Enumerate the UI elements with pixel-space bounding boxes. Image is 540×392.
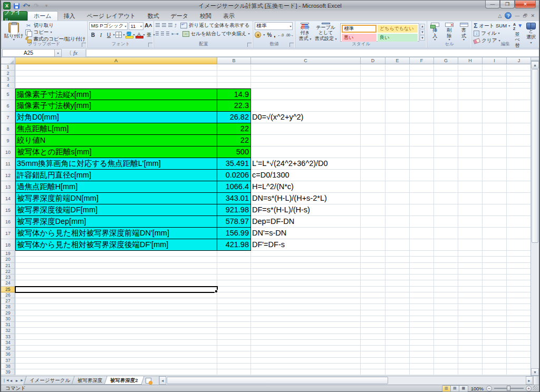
- row-header-13[interactable]: 13: [1, 181, 15, 193]
- cell-I15[interactable]: [483, 204, 507, 216]
- row-header-4[interactable]: 4: [1, 83, 15, 89]
- cell-E30[interactable]: [385, 316, 410, 322]
- cell-E36[interactable]: [385, 351, 410, 357]
- cell-C34[interactable]: [251, 340, 361, 346]
- cell-B9[interactable]: 22: [217, 135, 251, 146]
- style-neutral[interactable]: どちらでもない: [378, 25, 418, 33]
- row-header-33[interactable]: 33: [1, 334, 15, 340]
- cell-J39[interactable]: [507, 369, 532, 375]
- cell-C8[interactable]: [251, 123, 361, 135]
- sheet-tab-dof2[interactable]: 被写界深度2: [104, 376, 144, 385]
- format-cells-button[interactable]: 書式▾: [458, 22, 470, 42]
- cell-A31[interactable]: [15, 322, 217, 328]
- cell-G2[interactable]: [434, 71, 458, 77]
- cell-I30[interactable]: [483, 316, 507, 322]
- row-header-5[interactable]: 5: [1, 89, 15, 100]
- cell-G11[interactable]: [434, 158, 458, 170]
- cell-J31[interactable]: [507, 322, 532, 328]
- gallery-up-icon[interactable]: ▲: [420, 24, 425, 29]
- cell-J2[interactable]: [507, 71, 532, 77]
- cell-A10[interactable]: 被写体との距離s[mm]: [15, 146, 217, 158]
- cell-F19[interactable]: [410, 251, 434, 257]
- collapse-ribbon-icon[interactable]: △: [498, 13, 502, 18]
- cell-I12[interactable]: [483, 170, 507, 181]
- cell-I4[interactable]: [483, 83, 507, 89]
- row-header-28[interactable]: 28: [1, 304, 15, 310]
- cell-F35[interactable]: [410, 346, 434, 351]
- cell-G18[interactable]: [434, 239, 458, 251]
- cell-F2[interactable]: [410, 71, 434, 77]
- cell-E31[interactable]: [385, 322, 410, 328]
- row-header-8[interactable]: 8: [1, 123, 15, 135]
- cell-F12[interactable]: [410, 170, 434, 181]
- cell-F4[interactable]: [410, 83, 434, 89]
- cell-H14[interactable]: [458, 193, 483, 204]
- cell-J29[interactable]: [507, 310, 532, 316]
- column-header-A[interactable]: A: [15, 57, 217, 64]
- cell-D17[interactable]: [361, 228, 385, 239]
- row-header-18[interactable]: 18: [1, 239, 15, 251]
- row-header-23[interactable]: 23: [1, 275, 15, 280]
- cell-E9[interactable]: [385, 135, 410, 146]
- cell-B12[interactable]: 0.0206: [217, 170, 251, 181]
- cell-G36[interactable]: [434, 351, 458, 357]
- cell-E28[interactable]: [385, 304, 410, 310]
- cell-C24[interactable]: [251, 280, 361, 286]
- cell-C13[interactable]: H=L^2/(N*c): [251, 181, 361, 193]
- cell-C1[interactable]: [251, 64, 361, 71]
- fill-button[interactable]: ↓フィル▾: [474, 30, 510, 37]
- cell-B39[interactable]: [217, 369, 251, 375]
- cell-H21[interactable]: [458, 263, 483, 269]
- cell-A2[interactable]: [15, 71, 217, 77]
- cell-J6[interactable]: [507, 100, 532, 112]
- conditional-formatting-button[interactable]: 条件付き書式 ▾: [297, 22, 313, 42]
- cell-E1[interactable]: [385, 64, 410, 71]
- cell-C10[interactable]: [251, 146, 361, 158]
- cell-G3[interactable]: [434, 76, 458, 83]
- cell-A8[interactable]: 焦点距離L[mm]: [15, 123, 217, 135]
- cell-A19[interactable]: [15, 251, 217, 257]
- cell-I10[interactable]: [483, 146, 507, 158]
- cell-J36[interactable]: [507, 351, 532, 357]
- column-header-I[interactable]: I: [483, 57, 507, 64]
- cell-F29[interactable]: [410, 310, 434, 316]
- cell-H3[interactable]: [458, 76, 483, 83]
- cell-B36[interactable]: [217, 351, 251, 357]
- cell-J22[interactable]: [507, 269, 532, 275]
- cell-C37[interactable]: [251, 358, 361, 364]
- cell-B30[interactable]: [217, 316, 251, 322]
- cell-H7[interactable]: [458, 112, 483, 123]
- cell-F33[interactable]: [410, 334, 434, 340]
- cell-I27[interactable]: [483, 298, 507, 304]
- align-top-icon[interactable]: [156, 23, 160, 28]
- cell-F23[interactable]: [410, 275, 434, 280]
- cell-F6[interactable]: [410, 100, 434, 112]
- font-family-combo[interactable]: MS Pゴシック▾: [89, 22, 128, 30]
- cell-D10[interactable]: [361, 146, 385, 158]
- cell-I16[interactable]: [483, 216, 507, 228]
- cell-D37[interactable]: [361, 358, 385, 364]
- cell-G8[interactable]: [434, 123, 458, 135]
- cell-G1[interactable]: [434, 64, 458, 71]
- cell-C2[interactable]: [251, 71, 361, 77]
- cell-C35[interactable]: [251, 346, 361, 351]
- cell-G10[interactable]: [434, 146, 458, 158]
- cell-D24[interactable]: [361, 280, 385, 286]
- cell-B27[interactable]: [217, 298, 251, 304]
- zoom-out-button[interactable]: −: [486, 386, 492, 391]
- cell-G25[interactable]: [434, 287, 458, 292]
- cell-F5[interactable]: [410, 89, 434, 100]
- cell-C36[interactable]: [251, 351, 361, 357]
- cell-A5[interactable]: 撮像素子寸法縦x[mm]: [15, 89, 217, 100]
- cell-G15[interactable]: [434, 204, 458, 216]
- cell-E24[interactable]: [385, 280, 410, 286]
- cell-D14[interactable]: [361, 193, 385, 204]
- merge-center-button[interactable]: セルを結合して中央揃え▾: [181, 31, 252, 37]
- cell-B19[interactable]: [217, 251, 251, 257]
- cell-H17[interactable]: [458, 228, 483, 239]
- row-header-19[interactable]: 19: [1, 251, 15, 257]
- cell-I7[interactable]: [483, 112, 507, 123]
- cell-F13[interactable]: [410, 181, 434, 193]
- cell-C28[interactable]: [251, 304, 361, 310]
- cell-J3[interactable]: [507, 76, 532, 83]
